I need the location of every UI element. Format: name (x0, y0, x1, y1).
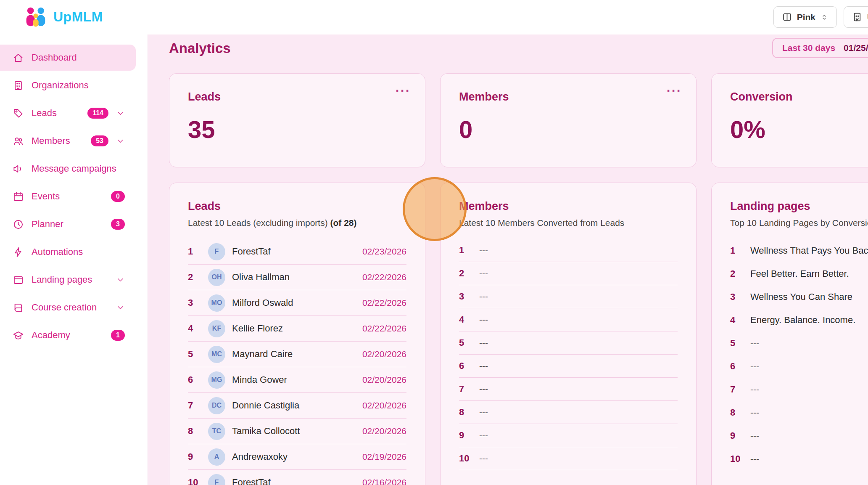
landing-page-row[interactable]: 4Energy. Balance. Income. (730, 308, 868, 331)
row-number: 10 (188, 477, 201, 485)
lead-row[interactable]: 9AAndrewaxoky02/19/2026 (188, 444, 406, 470)
empty-value: --- (479, 384, 488, 394)
lead-row[interactable]: 10FForestTaf02/16/2026 (188, 470, 406, 485)
sidebar-item-automations[interactable]: Automations (0, 239, 136, 265)
empty-value: --- (750, 408, 759, 418)
theme-icon (782, 12, 792, 22)
row-number: 10 (459, 453, 472, 464)
landing-page-row[interactable]: 2Feel Better. Earn Better. (730, 262, 868, 285)
members-panel-title: Members (459, 200, 678, 213)
members-rows: 1---2---3---4---5---6---7---8---9---10--… (459, 239, 678, 470)
main-content: Analytics Last 30 days 01/25/20 Leads···… (148, 34, 868, 485)
sidebar-item-label: Message campaigns (32, 163, 125, 174)
avatar: MC (208, 346, 225, 363)
sidebar-item-academy[interactable]: Academy1 (0, 322, 136, 348)
landing-page-row[interactable]: 3Wellness You Can Share (730, 285, 868, 308)
avatar: OH (208, 269, 225, 286)
sidebar-item-label: Events (32, 191, 103, 202)
lead-name: ForestTaf (232, 477, 356, 485)
sidebar-item-leads[interactable]: Leads114 (0, 100, 136, 126)
row-number: 6 (459, 360, 472, 371)
row-number: 1 (188, 246, 201, 257)
sidebar-nav: DashboardOrganizationsLeads114Members53M… (0, 45, 148, 348)
leads-subtitle-count: (of 28) (330, 218, 357, 228)
theme-selector-button[interactable]: Pink (773, 6, 837, 28)
lead-row[interactable]: 5MCMaynard Caire02/20/2026 (188, 342, 406, 367)
date-range-value: 01/25/20 (844, 43, 868, 53)
row-number: 5 (188, 349, 201, 360)
empty-value: --- (479, 268, 488, 278)
sidebar-item-course-creation[interactable]: Course creation (0, 294, 136, 321)
member-row: 5--- (459, 331, 678, 355)
lead-name: Maynard Caire (232, 349, 356, 360)
theme-selector-label: Pink (797, 12, 815, 22)
sidebar-item-members[interactable]: Members53 (0, 128, 136, 154)
lead-name: Andrewaxoky (232, 451, 356, 462)
lead-row[interactable]: 1FForestTaf02/23/2026 (188, 239, 406, 265)
lead-date: 02/20/2026 (362, 375, 406, 385)
lead-row[interactable]: 7DCDonnie Castiglia02/20/2026 (188, 393, 406, 419)
landing-pages-panel: Landing pages Top 10 Landing Pages by Co… (711, 183, 868, 485)
chevron-down-icon (116, 137, 125, 146)
sidebar-item-landing-pages[interactable]: Landing pages (0, 267, 136, 293)
sidebar-item-label: Automations (32, 246, 125, 257)
card-menu-button[interactable]: ··· (667, 85, 682, 97)
member-row: 10--- (459, 447, 678, 470)
sidebar-item-planner[interactable]: Planner3 (0, 211, 136, 237)
sidebar-item-label: Members (32, 135, 83, 146)
card-menu-button[interactable]: ··· (396, 85, 411, 97)
member-row: 6--- (459, 355, 678, 378)
sidebar-item-label: Leads (32, 108, 80, 119)
row-number: 4 (459, 314, 472, 325)
sidebar-item-label: Course creation (32, 302, 108, 313)
members-panel: Members Latest 10 Members Converted from… (440, 183, 697, 485)
lead-row[interactable]: 8TCTamika Collocott02/20/2026 (188, 419, 406, 444)
lead-row[interactable]: 3MOMilford Oswald02/22/2026 (188, 290, 406, 316)
lead-date: 02/20/2026 (362, 400, 406, 411)
landing-panel-title: Landing pages (730, 200, 868, 213)
building-icon (852, 12, 863, 22)
landing-page-row: 8--- (730, 401, 868, 424)
stat-card-conversion: Conversion0% (711, 73, 868, 167)
sidebar-item-label: Dashboard (32, 52, 125, 63)
megaphone-icon (13, 163, 24, 175)
lead-row[interactable]: 2OHOliva Hallman02/22/2026 (188, 265, 406, 290)
sidebar-item-message-campaigns[interactable]: Message campaigns (0, 156, 136, 182)
lead-row[interactable]: 4KFKellie Florez02/22/2026 (188, 316, 406, 342)
member-row: 9--- (459, 424, 678, 447)
lead-row[interactable]: 6MGMinda Gower02/20/2026 (188, 367, 406, 393)
landing-page-row: 7--- (730, 378, 868, 401)
book-icon (13, 302, 24, 313)
sidebar-item-dashboard[interactable]: Dashboard (0, 45, 136, 71)
row-number: 5 (459, 337, 472, 348)
stat-card-title: Conversion (730, 90, 868, 103)
leads-subtitle-text: Latest 10 Leads (excluding imports) (188, 218, 328, 228)
sidebar-item-events[interactable]: Events0 (0, 183, 136, 209)
empty-value: --- (479, 430, 488, 440)
lead-name: ForestTaf (232, 246, 356, 257)
row-number: 3 (459, 291, 472, 302)
leads-panel-subtitle: Latest 10 Leads (excluding imports) (of … (188, 218, 406, 228)
avatar: F (208, 474, 225, 485)
landing-page-row: 5--- (730, 331, 868, 355)
brand[interactable]: UpMLM (24, 6, 103, 27)
stat-card-title: Leads (188, 90, 406, 103)
leads-panel-title: Leads (188, 200, 406, 213)
row-number: 8 (188, 426, 201, 437)
avatar: MG (208, 371, 225, 389)
top-header: UpMLM Pink U (0, 0, 868, 34)
lead-date: 02/22/2026 (362, 323, 406, 334)
row-number: 3 (188, 297, 201, 308)
org-selector-button[interactable]: U (844, 6, 868, 28)
sidebar-item-organizations[interactable]: Organizations (0, 72, 136, 98)
sidebar-item-label: Landing pages (32, 274, 108, 285)
landing-page-row[interactable]: 1Wellness That Pays You Back (730, 239, 868, 262)
member-row: 7--- (459, 378, 678, 401)
empty-value: --- (479, 292, 488, 302)
tag-icon (13, 108, 24, 119)
leads-rows: 1FForestTaf02/23/20262OHOliva Hallman02/… (188, 239, 406, 485)
stats-row: Leads···35Members···0Conversion0% (169, 73, 868, 167)
date-range-filter[interactable]: Last 30 days 01/25/20 (772, 38, 868, 58)
leads-panel: Leads Latest 10 Leads (excluding imports… (169, 183, 425, 485)
chevron-updown-icon (820, 13, 828, 21)
